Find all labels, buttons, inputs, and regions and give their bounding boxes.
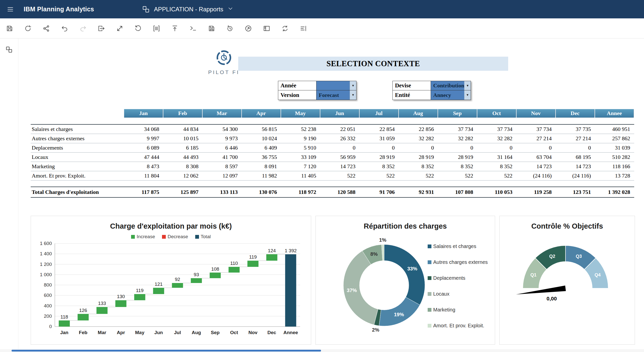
- svg-text:400: 400: [44, 303, 52, 308]
- table-cell: 22 051: [320, 126, 359, 132]
- table-cell: 5 910: [281, 145, 320, 151]
- table-cell: 125 897: [163, 189, 203, 195]
- svg-text:108: 108: [211, 266, 219, 272]
- table-cell: 10 024: [242, 135, 281, 142]
- selector-value-dropdown[interactable]: Contribution▼: [431, 81, 471, 90]
- table-cell: 12 097: [203, 172, 242, 179]
- table-cell: 11 405: [281, 172, 320, 179]
- table-cell: 12 062: [163, 172, 203, 179]
- selector-label: Année: [278, 81, 316, 90]
- dropdown-arrow-icon[interactable]: ▼: [350, 90, 356, 100]
- table-body: Salaires et charges34 06844 83454 30056 …: [31, 124, 634, 181]
- table-cell: 8 597: [203, 163, 242, 170]
- svg-text:200: 200: [44, 313, 52, 319]
- horizontal-scrollbar: [0, 349, 644, 352]
- svg-text:1 392: 1 392: [285, 248, 297, 253]
- legend-item: Decrease: [162, 234, 188, 239]
- legend-item: Salaires et charges: [428, 243, 488, 249]
- table-cell: 22 854: [359, 126, 399, 132]
- svg-text:92: 92: [175, 277, 180, 282]
- export-icon[interactable]: [97, 24, 105, 32]
- selector-value-dropdown[interactable]: ▼: [316, 81, 356, 90]
- dropdown-arrow-icon[interactable]: ▼: [464, 81, 471, 90]
- logo-text: PILOT FI: [208, 69, 240, 75]
- selector-label: Entité: [393, 90, 431, 100]
- undo-icon[interactable]: [61, 24, 69, 32]
- column-header-annee: Annee: [595, 109, 634, 118]
- horizontal-scrollbar-thumb[interactable]: [12, 350, 321, 351]
- table-cell: 9 997: [124, 135, 163, 142]
- reports-panel-icon[interactable]: [5, 46, 13, 54]
- reset-icon[interactable]: [134, 24, 142, 32]
- selector-value-text: Forecast: [319, 92, 339, 98]
- top-navbar: IBM Planning Analytics APPLICATION - Rap…: [0, 0, 644, 18]
- table-cell: 68 195: [556, 154, 595, 160]
- column-header-oct: Oct: [477, 109, 516, 118]
- svg-text:0,00: 0,00: [547, 296, 557, 301]
- console-icon[interactable]: [189, 24, 197, 32]
- application-selector[interactable]: APPLICATION - Rapports: [142, 5, 233, 13]
- pilot-fi-logo-icon: [215, 49, 233, 68]
- table-cell: 22 856: [399, 126, 438, 132]
- layout-panel-icon[interactable]: [263, 24, 271, 32]
- table-cell: 6 446: [203, 145, 242, 151]
- svg-text:Q2: Q2: [549, 254, 555, 259]
- dropdown-arrow-icon[interactable]: ▼: [350, 81, 356, 90]
- donut-chart-title: Répartition des charges: [316, 222, 495, 230]
- recalculate-icon[interactable]: [226, 24, 234, 32]
- collapse-right-icon[interactable]: [299, 24, 307, 32]
- legend-item: Total: [195, 234, 211, 239]
- selector-row: DeviseContribution▼: [393, 81, 471, 90]
- open-link-icon[interactable]: [244, 24, 252, 32]
- expand-icon[interactable]: [116, 24, 124, 32]
- donut-chart: 33%19%2%37%8%1%: [316, 232, 428, 338]
- table-cell: 110 053: [477, 189, 516, 195]
- svg-text:600: 600: [44, 293, 52, 298]
- table-cell: 37 734: [477, 126, 516, 132]
- table-cell: 44 834: [163, 126, 203, 132]
- svg-text:800: 800: [44, 282, 52, 288]
- dropdown-arrow-icon[interactable]: ▼: [464, 90, 471, 100]
- chevron-down-icon[interactable]: [227, 6, 233, 13]
- save-icon[interactable]: [6, 24, 14, 32]
- waterfall-chart-card: Charge d'exploitation par mois (k€) Incr…: [31, 216, 311, 345]
- table-cell: 14 723: [516, 163, 556, 170]
- table-cell: 8 352: [438, 163, 477, 170]
- table-total-row: Total Charges d'exploitation117 875125 8…: [31, 187, 634, 198]
- refresh-icon[interactable]: [24, 24, 32, 32]
- company-logo: PILOT FI: [208, 49, 240, 75]
- left-sidebar: [0, 39, 18, 352]
- svg-text:130: 130: [117, 294, 125, 299]
- sync-icon[interactable]: [281, 24, 289, 32]
- column-header-dec: Dec: [556, 109, 595, 118]
- table-cell: 0: [477, 145, 516, 151]
- row-label: Salaires et charges: [31, 126, 124, 132]
- table-cell: 9 190: [281, 135, 320, 142]
- table-row: Amort. Et prov. Exploit.11 80412 06212 0…: [31, 171, 634, 181]
- redo-icon[interactable]: [79, 24, 87, 32]
- column-header-jul: Jul: [359, 109, 399, 118]
- table-cell: 522: [399, 172, 438, 179]
- table-cell: 31 059: [359, 135, 399, 142]
- selector-value-text: Annecy: [433, 92, 451, 98]
- sandbox-grid-icon[interactable]: [152, 24, 160, 32]
- donut-wrap: 33%19%2%37%8%1% Salaires et chargesAutre…: [316, 232, 495, 339]
- selector-value-dropdown[interactable]: Forecast▼: [316, 90, 356, 100]
- table-cell: 257 862: [595, 135, 634, 142]
- publish-icon[interactable]: [171, 24, 179, 32]
- hamburger-menu-icon[interactable]: [6, 5, 15, 14]
- table-row: Deplacements6 0896 1856 4466 4095 910000…: [31, 143, 634, 153]
- selector-row: VersionForecast▼: [278, 90, 356, 100]
- svg-text:124: 124: [268, 248, 276, 253]
- table-cell: 6 089: [124, 145, 163, 151]
- save-view-icon[interactable]: [208, 24, 216, 32]
- svg-text:Jun: Jun: [154, 330, 163, 335]
- table-cell: 522: [320, 172, 359, 179]
- selector-value-dropdown[interactable]: Annecy▼: [431, 90, 471, 100]
- svg-text:Mar: Mar: [98, 330, 106, 335]
- svg-text:Aug: Aug: [192, 330, 201, 335]
- table-header-row: JanFebMarAprMayJunJulAugSepOctNovDecAnne…: [124, 109, 634, 118]
- charts-row: Charge d'exploitation par mois (k€) Incr…: [31, 216, 635, 345]
- row-label: Marketing: [31, 163, 124, 170]
- share-icon[interactable]: [42, 24, 50, 32]
